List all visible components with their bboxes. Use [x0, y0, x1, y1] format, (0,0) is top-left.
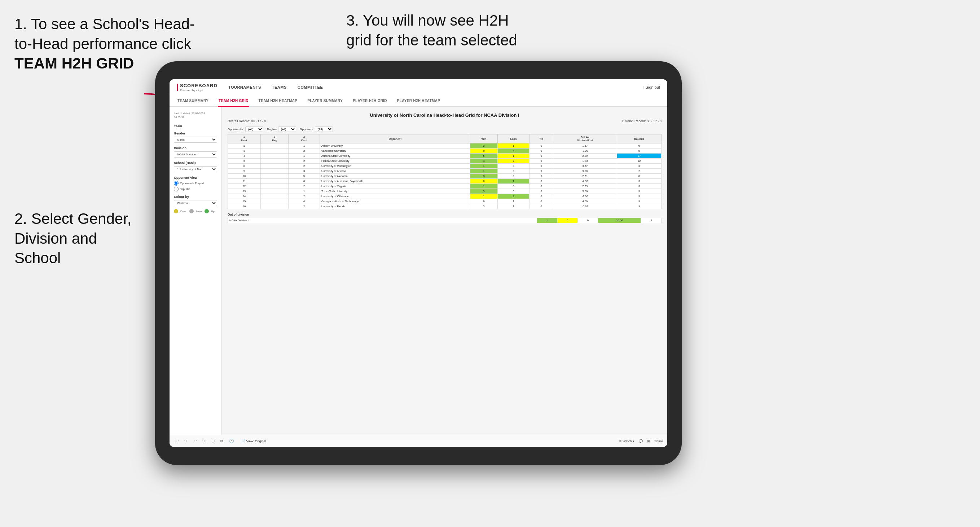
- opponents-filter-select[interactable]: (All): [245, 127, 263, 132]
- table-row: 16 2 University of Florida 3 1 0 -6.62 9: [228, 204, 662, 209]
- nav-tabs: TOURNAMENTS TEAMS COMMITTEE: [228, 84, 323, 91]
- nav-tournaments[interactable]: TOURNAMENTS: [228, 84, 261, 91]
- colour-up: [205, 209, 209, 213]
- logo-area: SCOREBOARD Powered by clippi: [177, 82, 218, 92]
- col-rounds: Rounds: [617, 135, 661, 143]
- tablet-screen: SCOREBOARD Powered by clippi TOURNAMENTS…: [170, 79, 667, 447]
- table-row: 14 2 University of Oklahoma 1 2 0 -1.00 …: [228, 194, 662, 199]
- table-row: 11 6 University of Arkansas, Fayettevill…: [228, 179, 662, 184]
- table-row: 15 4 Georgia Institute of Technology 0 1…: [228, 199, 662, 204]
- region-filter: Region (All): [267, 127, 296, 132]
- tab-player-summary[interactable]: PLAYER SUMMARY: [307, 95, 344, 106]
- logo-sub: Powered by clippi: [180, 89, 218, 92]
- h2h-table: #Rank #Reg #Conf Opponent Win Loss Tie D…: [228, 134, 662, 209]
- col-rank: #Rank: [228, 135, 261, 143]
- view-label: 📄 View: Original: [241, 440, 266, 443]
- division-record: Division Record: 88 - 17 - 0: [622, 119, 662, 123]
- overall-record: Overall Record: 89 - 17 - 0: [228, 119, 266, 123]
- last-updated: Last Updated: 27/03/2024 16:55:38: [174, 112, 217, 119]
- opponent-filter-select[interactable]: (All): [315, 127, 333, 132]
- toolbar-right: 👁 Watch ▾ 💬 ⊞ Share: [619, 440, 663, 443]
- redo-button[interactable]: ↪: [183, 438, 189, 444]
- tablet-device: SCOREBOARD Powered by clippi TOURNAMENTS…: [155, 61, 682, 465]
- col-reg: #Reg: [261, 135, 288, 143]
- grid-area: University of North Carolina Head-to-Hea…: [222, 107, 667, 435]
- col-loss: Loss: [497, 135, 529, 143]
- gender-label: Gender: [174, 132, 217, 135]
- logo: SCOREBOARD Powered by clippi: [180, 82, 218, 92]
- record-row: Overall Record: 89 - 17 - 0 Division Rec…: [228, 119, 662, 123]
- filter-row: Opponents: (All) Region (All) Opponent: [228, 127, 662, 132]
- table-row: 13 1 Texas Tech University 3 0 0 5.56 9: [228, 189, 662, 194]
- radio-opponents-played[interactable]: Opponents Played: [174, 181, 217, 186]
- annotation-2: 2. Select Gender, Division and School: [14, 209, 166, 268]
- tab-team-h2h-heatmap[interactable]: TEAM H2H HEATMAP: [258, 95, 298, 106]
- copy-button[interactable]: ⊞: [210, 438, 216, 444]
- comment-button[interactable]: 💬: [639, 440, 643, 443]
- school-select[interactable]: 1. University of Nort...: [174, 166, 217, 172]
- forward-button[interactable]: ↪: [201, 438, 207, 444]
- grid-title: University of North Carolina Head-to-Hea…: [228, 113, 662, 118]
- opponents-filter: Opponents: (All): [228, 127, 263, 132]
- tab-team-h2h-grid[interactable]: TEAM H2H GRID: [218, 95, 249, 107]
- colour-legend: Down Level Up: [174, 209, 217, 213]
- region-filter-select[interactable]: (All): [278, 127, 296, 132]
- colour-by-label: Colour by: [174, 195, 217, 198]
- out-of-division-table: NCAA Division II 1 0 0 26.00 3: [228, 218, 662, 223]
- team-label: Team: [174, 124, 217, 128]
- nav-committee[interactable]: COMMITTEE: [298, 84, 323, 91]
- logo-bar: [177, 84, 178, 91]
- share-button[interactable]: Share: [654, 440, 663, 443]
- table-row: 6 2 Florida State University 4 2 0 1.83 …: [228, 159, 662, 163]
- left-panel: Last Updated: 27/03/2024 16:55:38 Team G…: [170, 107, 222, 435]
- tab-team-summary[interactable]: TEAM SUMMARY: [177, 95, 209, 106]
- col-tie: Tie: [530, 135, 553, 143]
- colour-level: [189, 209, 194, 213]
- table-row: 2 1 Auburn University 2 1 0 1.67 9: [228, 143, 662, 149]
- table-row: 12 2 University of Virginia 1 0 0 2.33 3: [228, 184, 662, 189]
- opponent-view-label: Opponent View: [174, 176, 217, 179]
- sub-nav: TEAM SUMMARY TEAM H2H GRID TEAM H2H HEAT…: [170, 95, 667, 107]
- colour-by-select[interactable]: Win/loss: [174, 200, 217, 206]
- clock-button[interactable]: 🕐: [228, 438, 235, 444]
- colour-level-label: Level: [196, 210, 202, 213]
- school-label: School (Rank): [174, 161, 217, 165]
- paste-button[interactable]: ⧉: [219, 438, 225, 444]
- tab-player-h2h-heatmap[interactable]: PLAYER H2H HEATMAP: [396, 95, 441, 106]
- region-filter-label: Region: [267, 128, 277, 131]
- opponent-filter-label: Opponent: [300, 128, 313, 131]
- out-of-division-label: Out of division: [228, 213, 662, 216]
- table-row: 10 5 University of Alabama 3 0 0 2.61 8: [228, 174, 662, 179]
- opponent-view-radios: Opponents Played Top 100: [174, 181, 217, 191]
- col-opponent: Opponent: [320, 135, 470, 143]
- table-row: 9 3 University of Arizona 1 0 0 9.00 2: [228, 169, 662, 174]
- table-row: 3 2 Vanderbilt University 0 4 0 -2.29 8: [228, 149, 662, 154]
- watch-button[interactable]: 👁 Watch ▾: [619, 440, 635, 443]
- bottom-toolbar: ↩ ↪ ↩ ↪ ⊞ ⧉ 🕐 📄 View: Original 👁 Watch ▾…: [170, 435, 667, 447]
- table-row: 8 2 University of Washington 1 0 0 3.67 …: [228, 163, 662, 169]
- grid-button[interactable]: ⊞: [647, 440, 650, 443]
- logo-text: SCOREBOARD: [180, 83, 218, 88]
- division-label: Division: [174, 146, 217, 150]
- app-header: SCOREBOARD Powered by clippi TOURNAMENTS…: [170, 79, 667, 95]
- main-content: Last Updated: 27/03/2024 16:55:38 Team G…: [170, 107, 667, 435]
- col-conf: #Conf: [288, 135, 320, 143]
- gender-select[interactable]: Men's: [174, 137, 217, 143]
- annotation-3: 3. You will now see H2H grid for the tea…: [346, 11, 555, 50]
- table-row: 4 1 Arizona State University 5 1 0 2.29 …: [228, 154, 662, 159]
- col-diff: Diff AvStrokes/Rnd: [553, 135, 617, 143]
- opponents-filter-label: Opponents:: [228, 128, 244, 131]
- back-button[interactable]: ↩: [192, 438, 198, 444]
- col-win: Win: [470, 135, 498, 143]
- nav-teams[interactable]: TEAMS: [272, 84, 287, 91]
- undo-button[interactable]: ↩: [174, 438, 180, 444]
- radio-top100[interactable]: Top 100: [174, 187, 217, 191]
- division-select[interactable]: NCAA Division I: [174, 151, 217, 157]
- table-row: NCAA Division II 1 0 0 26.00 3: [228, 218, 662, 223]
- colour-down-label: Down: [180, 210, 187, 213]
- opponent-filter: Opponent (All): [300, 127, 333, 132]
- colour-up-label: Up: [211, 210, 215, 213]
- colour-down: [174, 209, 178, 213]
- tab-player-h2h-grid[interactable]: PLAYER H2H GRID: [352, 95, 388, 106]
- sign-out-button[interactable]: | Sign out: [643, 85, 660, 89]
